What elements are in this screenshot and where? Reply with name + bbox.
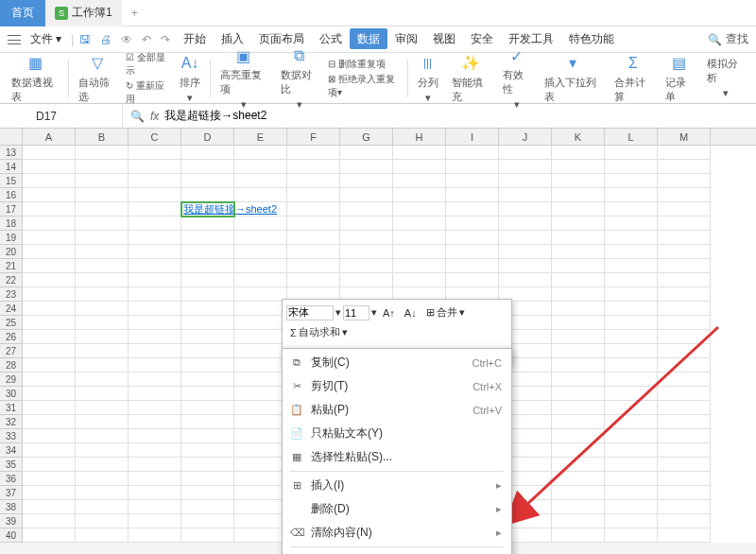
datacompare-button[interactable]: ⧉数据对比▾: [277, 43, 322, 113]
hamburger-icon[interactable]: [8, 35, 21, 44]
wps-sheet-icon: S: [55, 7, 68, 20]
menu-特色功能[interactable]: 特色功能: [561, 28, 622, 49]
menu-item-icon: ⊞: [290, 479, 303, 492]
context-menu-item[interactable]: ▽筛选(L)▸: [283, 549, 511, 554]
highlight-dup-button[interactable]: ▣高亮重复项▾: [216, 43, 271, 113]
record-icon: ▤: [669, 53, 690, 74]
smartfill-button[interactable]: ✨智能填充: [448, 51, 493, 106]
menu-item-icon: ✂: [290, 380, 303, 392]
pivot-icon: ▦: [25, 53, 45, 74]
menu-视图[interactable]: 视图: [425, 28, 463, 49]
menu-item-icon: 📄: [290, 427, 303, 440]
context-menu-item[interactable]: 📄只粘贴文本(Y): [283, 422, 511, 445]
filter-icon: ▽: [87, 53, 108, 74]
subtotal-icon: ⫼: [418, 53, 438, 74]
print-icon[interactable]: 🖨: [96, 33, 115, 46]
ribbon: ▦数据透视表 ▽自动筛选 ☑ 全部显示 ↻ 重新应用 A↓排序▾ ▣高亮重复项▾…: [0, 53, 756, 104]
removedup-button[interactable]: ⊟ 删除重复项: [328, 58, 402, 71]
context-menu-item[interactable]: ▦选择性粘贴(S)...: [283, 445, 511, 469]
compare-icon: ⧉: [289, 45, 310, 66]
consolidate-icon: Σ: [623, 53, 644, 74]
context-menu-item[interactable]: ⊞插入(I)▸: [283, 474, 511, 497]
menu-item-shortcut: Ctrl+C: [472, 357, 502, 369]
redo-icon[interactable]: ↷: [157, 33, 174, 46]
rejectdup-button[interactable]: ⊠ 拒绝录入重复项▾: [328, 73, 402, 99]
svg-line-0: [524, 327, 718, 507]
menu-item-label: 复制(C): [311, 355, 350, 371]
consolidate-button[interactable]: Σ合并计算: [610, 51, 656, 106]
merge-button[interactable]: ⊞合并▾: [422, 303, 469, 321]
showall-button[interactable]: ☑ 全部显示: [126, 51, 170, 78]
context-menu-item[interactable]: 📋粘贴(P)Ctrl+V: [283, 398, 511, 422]
sort-icon: A↓: [180, 53, 200, 74]
validation-icon: ✓: [507, 45, 527, 66]
menu-item-label: 清除内容(N): [311, 525, 372, 541]
subtotal-button[interactable]: ⫼分列▾: [414, 51, 442, 106]
font-size-input[interactable]: [343, 305, 369, 320]
context-menu: ⧉复制(C)Ctrl+C✂剪切(T)Ctrl+X📋粘贴(P)Ctrl+V📄只粘贴…: [282, 348, 512, 554]
autofilter-button[interactable]: ▽自动筛选: [75, 51, 120, 106]
pivot-table-button[interactable]: ▦数据透视表: [8, 51, 62, 106]
reapply-button[interactable]: ↻ 重新应用: [126, 79, 170, 106]
menubar: 文件 ▾ | 🖫 🖨 👁 ↶ ↷ 开始插入页面布局公式数据审阅视图安全开发工具特…: [0, 26, 756, 53]
menu-item-icon: ⧉: [290, 356, 303, 369]
magnify-icon[interactable]: 🔍: [130, 110, 145, 123]
menu-item-label: 剪切(T): [311, 378, 348, 394]
dropdown-button[interactable]: ▾插入下拉列表: [541, 51, 605, 106]
spreadsheet-grid[interactable]: ABCDEFGHIJKLM 1314151617我是超链接→sheet21819…: [0, 129, 756, 543]
decrease-font-icon[interactable]: A↓: [401, 305, 421, 320]
menu-安全[interactable]: 安全: [463, 28, 501, 49]
context-menu-item[interactable]: ✂剪切(T)Ctrl+X: [283, 374, 511, 398]
menu-file[interactable]: 文件 ▾: [23, 27, 69, 51]
menu-item-shortcut: Ctrl+X: [472, 381, 502, 392]
formula-bar: D17 🔍 fx: [0, 104, 756, 129]
dropdown-icon: ▾: [562, 53, 583, 74]
tab-home[interactable]: 首页: [0, 0, 45, 26]
formula-input[interactable]: [164, 110, 448, 123]
increase-font-icon[interactable]: A↑: [379, 305, 399, 320]
sort-button[interactable]: A↓排序▾: [176, 51, 204, 106]
menu-item-label: 粘贴(P): [311, 402, 349, 418]
menu-item-label: 插入(I): [311, 477, 344, 493]
whatif-button[interactable]: 模拟分析▾: [703, 55, 748, 101]
document-title: 工作簿1: [72, 5, 112, 21]
font-name-input[interactable]: [286, 305, 334, 320]
menu-数据[interactable]: 数据: [350, 28, 387, 49]
name-box[interactable]: D17: [28, 104, 123, 128]
smartfill-icon: ✨: [460, 53, 481, 74]
titlebar: 首页 S 工作簿1 +: [0, 0, 756, 26]
menu-审阅[interactable]: 审阅: [387, 28, 425, 49]
context-menu-item[interactable]: ⧉复制(C)Ctrl+C: [283, 351, 511, 374]
undo-icon[interactable]: ↶: [138, 33, 155, 46]
menu-item-shortcut: Ctrl+V: [472, 405, 502, 416]
save-icon[interactable]: 🖫: [76, 33, 94, 46]
autosum-button[interactable]: Σ自动求和▾: [286, 323, 352, 341]
tab-document[interactable]: S 工作簿1: [45, 0, 122, 26]
menu-开始[interactable]: 开始: [176, 28, 214, 49]
menu-item-icon: 📋: [290, 404, 303, 416]
menu-item-label: 删除(D): [311, 501, 350, 517]
record-button[interactable]: ▤记录单: [662, 51, 697, 106]
tab-add-button[interactable]: +: [122, 7, 147, 20]
search-button[interactable]: 🔍 查找: [708, 31, 748, 47]
fx-label[interactable]: fx: [150, 110, 159, 123]
context-menu-item[interactable]: ⌫清除内容(N)▸: [283, 521, 511, 545]
context-menu-item[interactable]: 删除(D)▸: [283, 497, 511, 521]
preview-icon[interactable]: 👁: [117, 33, 136, 46]
validation-button[interactable]: ✓有效性▾: [499, 43, 535, 113]
menu-item-icon: ⌫: [290, 527, 303, 539]
menu-item-label: 选择性粘贴(S)...: [311, 449, 392, 465]
cell-D17[interactable]: 我是超链接→sheet2: [181, 202, 234, 216]
menu-item-icon: ▦: [290, 451, 303, 463]
highlight-icon: ▣: [233, 45, 254, 66]
menu-item-label: 只粘贴文本(Y): [311, 425, 383, 441]
